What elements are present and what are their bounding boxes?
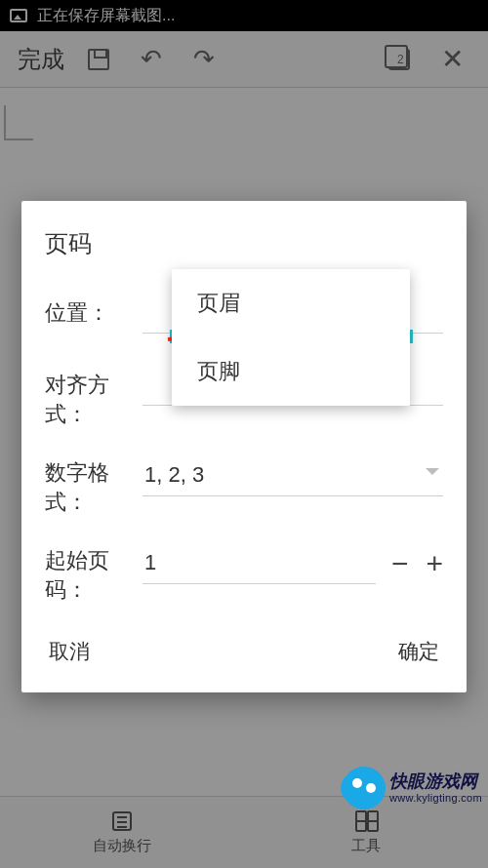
- selection-handle: [410, 330, 413, 343]
- field-start: 起始页码： 1 − +: [45, 542, 443, 605]
- watermark: 快眼游戏网 www.kyligting.com: [343, 767, 482, 809]
- start-stepper: − +: [376, 549, 443, 578]
- confirm-button[interactable]: 确定: [394, 632, 443, 671]
- watermark-url: www.kyligting.com: [389, 792, 482, 804]
- dropdown-option-header[interactable]: 页眉: [172, 269, 410, 337]
- page-number-dialog: 页码 位置： 对齐方式： 数字格式： 1, 2, 3 起始页码： 1: [21, 201, 467, 692]
- format-select[interactable]: 1, 2, 3: [142, 454, 443, 496]
- position-dropdown: 页眉 页脚: [172, 269, 410, 406]
- start-value[interactable]: 1: [142, 542, 376, 584]
- format-label: 数字格式：: [45, 454, 142, 517]
- watermark-logo-icon: [343, 767, 386, 809]
- align-label: 对齐方式：: [45, 367, 142, 429]
- cancel-button[interactable]: 取消: [45, 632, 94, 671]
- field-format: 数字格式： 1, 2, 3: [45, 454, 443, 517]
- increment-button[interactable]: +: [426, 549, 443, 578]
- start-label: 起始页码：: [45, 542, 142, 605]
- watermark-title: 快眼游戏网: [389, 772, 482, 792]
- decrement-button[interactable]: −: [391, 549, 409, 578]
- dialog-actions: 取消 确定: [45, 632, 443, 671]
- dropdown-option-footer[interactable]: 页脚: [172, 337, 410, 406]
- chevron-down-icon: [426, 468, 439, 475]
- position-label: 位置：: [45, 295, 142, 328]
- dialog-title: 页码: [45, 228, 443, 259]
